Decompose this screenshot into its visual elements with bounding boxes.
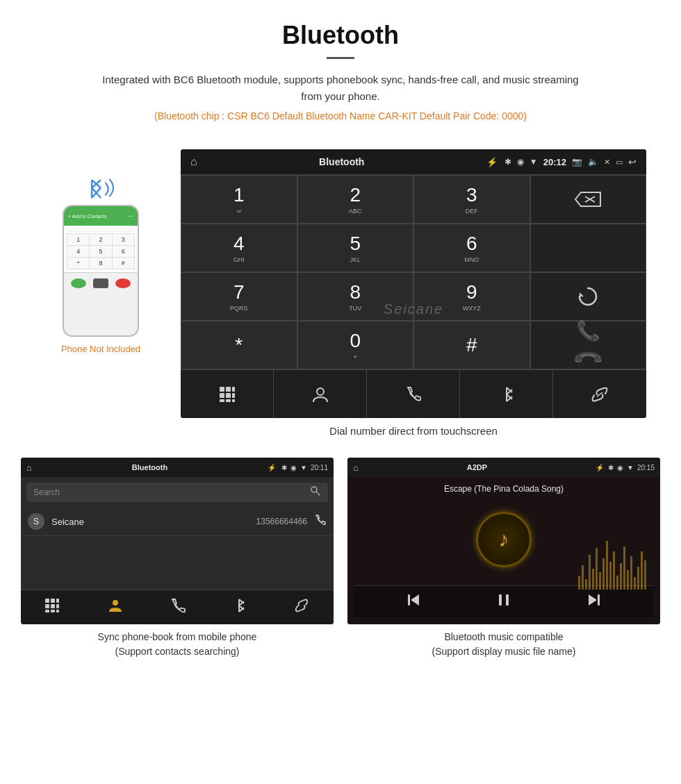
- dial-key-9[interactable]: 9WXYZ: [413, 272, 530, 321]
- phone-key-2[interactable]: 2: [90, 234, 111, 245]
- pb-call-icon-row[interactable]: [314, 514, 327, 529]
- music-status-title: A2DP: [363, 463, 591, 472]
- delete-key[interactable]: [530, 175, 647, 224]
- dial-key-1[interactable]: 1∞: [181, 175, 297, 224]
- music-sig-icon: ▼: [627, 464, 634, 472]
- page-specs: (Bluetooth chip : CSR BC6 Default Blueto…: [14, 110, 667, 122]
- phonebook-statusbar: ⌂ Bluetooth ⚡ ✱ ◉ ▼ 20:11: [21, 458, 334, 477]
- signal-icon: ▼: [530, 157, 538, 167]
- phone-top-text: + Add to Contacts: [68, 214, 128, 219]
- pb-grid-icon[interactable]: [44, 598, 60, 617]
- svg-point-18: [317, 388, 324, 395]
- music-status-icons: ✱ ◉ ▼ 20:15: [608, 464, 655, 472]
- pb-phone-icon[interactable]: [170, 598, 186, 617]
- pb-home-icon[interactable]: ⌂: [26, 462, 32, 473]
- play-pause-button[interactable]: [495, 592, 512, 612]
- music-main-area: Escape (The Pina Colada Song) ♪: [347, 477, 660, 624]
- phone-key-6[interactable]: 6: [113, 246, 134, 257]
- home-icon[interactable]: ⌂: [190, 156, 197, 168]
- music-home-icon[interactable]: ⌂: [353, 462, 359, 473]
- page-title: Bluetooth: [14, 21, 667, 50]
- dial-key-5[interactable]: 5JKL: [297, 224, 414, 272]
- phone-key-1[interactable]: 1: [67, 234, 89, 245]
- dialpad-caption: Dial number direct from touchscreen: [181, 425, 646, 437]
- svg-marker-8: [580, 292, 584, 297]
- phone-bottom-bar: [64, 272, 138, 293]
- dial-key-2[interactable]: 2ABC: [297, 175, 414, 224]
- phone-top-bar: + Add to Contacts ···: [64, 206, 138, 226]
- phonebook-search-placeholder: Search: [33, 487, 60, 497]
- phone-key-7[interactable]: *: [67, 258, 89, 269]
- back-icon[interactable]: ↩: [628, 156, 637, 167]
- music-screen: ⌂ A2DP ⚡ ✱ ◉ ▼ 20:15: [347, 458, 660, 624]
- page-description: Integrated with BC6 Bluetooth module, su…: [97, 72, 584, 105]
- phonebook-screen: ⌂ Bluetooth ⚡ ✱ ◉ ▼ 20:11 Search: [21, 458, 334, 624]
- svg-rect-29: [56, 599, 59, 603]
- phonebook-caption: Sync phone-book from mobile phone (Suppo…: [21, 630, 334, 659]
- pb-person-icon[interactable]: [108, 598, 123, 617]
- person-icon: [311, 385, 329, 403]
- dial-key-star[interactable]: *: [181, 321, 297, 369]
- phone-container: + Add to Contacts ··· 1 2 3 4 5 6 * 8 #: [35, 149, 167, 354]
- music-bt-icon: ✱: [608, 464, 614, 472]
- prev-track-button[interactable]: [405, 592, 422, 612]
- svg-marker-5: [575, 192, 600, 206]
- phone-dial-grid: 1 2 3 4 5 6 * 8 #: [67, 233, 135, 269]
- phone-screen: 1 2 3 4 5 6 * 8 #: [64, 226, 138, 272]
- dial-key-hash[interactable]: #: [413, 321, 530, 369]
- pb-bt-icon: ✱: [281, 464, 287, 472]
- music-controls: [354, 585, 653, 617]
- dial-key-3[interactable]: 3DEF: [413, 175, 530, 224]
- bluetooth-icon: [499, 385, 514, 403]
- next-track-button[interactable]: [586, 592, 602, 612]
- phone-menu-button[interactable]: [93, 278, 108, 288]
- car-dialpad-screen: ⌂ Bluetooth ⚡ ✱ ◉ ▼ 20:12 📷 🔈 ✕ ▭ ↩: [181, 149, 646, 437]
- phone-nav-icon[interactable]: [367, 370, 460, 418]
- phone-key-4[interactable]: 4: [67, 246, 89, 257]
- pb-bt-nav-icon[interactable]: [233, 598, 245, 617]
- dial-key-8[interactable]: 8TUV: [297, 272, 414, 321]
- link-icon: [590, 385, 609, 403]
- dialpad-bottom-bar: [181, 369, 646, 418]
- dial-key-6[interactable]: 6MNO: [413, 224, 530, 272]
- dialpad-status-title: Bluetooth: [204, 156, 479, 167]
- music-album-art: ♪: [476, 512, 532, 567]
- link-nav-icon[interactable]: [553, 370, 646, 418]
- search-icon[interactable]: [310, 485, 321, 499]
- phone-key-3[interactable]: 3: [113, 234, 134, 245]
- phone-key-8[interactable]: 8: [90, 258, 111, 269]
- svg-rect-30: [45, 604, 49, 608]
- phone-key-5[interactable]: 5: [90, 246, 111, 257]
- pb-status-title: Bluetooth: [38, 463, 262, 472]
- main-section: + Add to Contacts ··· 1 2 3 4 5 6 * 8 #: [0, 142, 681, 444]
- dial-key-0[interactable]: 0+: [297, 321, 414, 369]
- phonebook-bottom-bar: [21, 590, 334, 624]
- contact-row[interactable]: S Seicane 13566664466: [21, 508, 334, 536]
- bluetooth-nav-icon[interactable]: [460, 370, 553, 418]
- answer-call-icon[interactable]: 📞: [576, 319, 600, 342]
- title-divider: [327, 57, 354, 59]
- status-icons: ✱ ◉ ▼ 20:12 📷 🔈 ✕ ▭ ↩: [504, 156, 637, 167]
- svg-rect-17: [232, 399, 235, 402]
- phone-illustration: + Add to Contacts ··· 1 2 3 4 5 6 * 8 #: [63, 205, 139, 337]
- pb-link-icon[interactable]: [293, 598, 310, 617]
- svg-rect-28: [51, 599, 55, 603]
- dialpad-grid-icon[interactable]: [181, 370, 274, 418]
- phone-key-9[interactable]: #: [113, 258, 134, 269]
- refresh-key[interactable]: [530, 272, 647, 321]
- phonebook-search-bar[interactable]: Search: [26, 483, 328, 502]
- svg-rect-9: [220, 387, 224, 392]
- svg-point-25: [311, 487, 317, 492]
- dial-empty-1: [530, 224, 647, 272]
- phone-end-button[interactable]: [115, 278, 131, 288]
- contact-avatar: S: [28, 513, 44, 530]
- bluetooth-status-icon: ✱: [504, 157, 511, 167]
- phone-call-button[interactable]: [71, 278, 86, 288]
- dial-key-4[interactable]: 4GHI: [181, 224, 297, 272]
- svg-line-26: [317, 492, 320, 496]
- svg-rect-14: [232, 393, 235, 398]
- contacts-nav-icon[interactable]: [274, 370, 367, 418]
- svg-rect-10: [226, 387, 231, 392]
- pb-usb-icon: ⚡: [268, 464, 276, 472]
- dial-key-7[interactable]: 7PQRS: [181, 272, 297, 321]
